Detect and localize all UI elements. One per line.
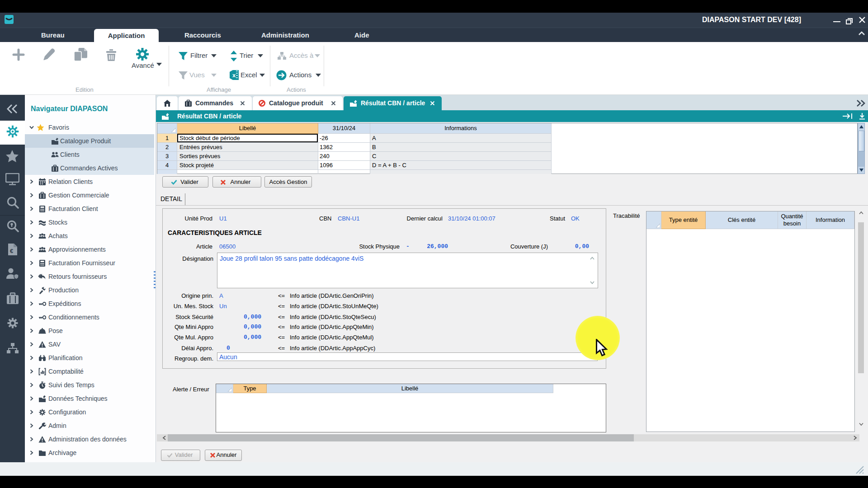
svg-text:x: x [232, 72, 236, 79]
svg-text:€: € [10, 248, 13, 254]
